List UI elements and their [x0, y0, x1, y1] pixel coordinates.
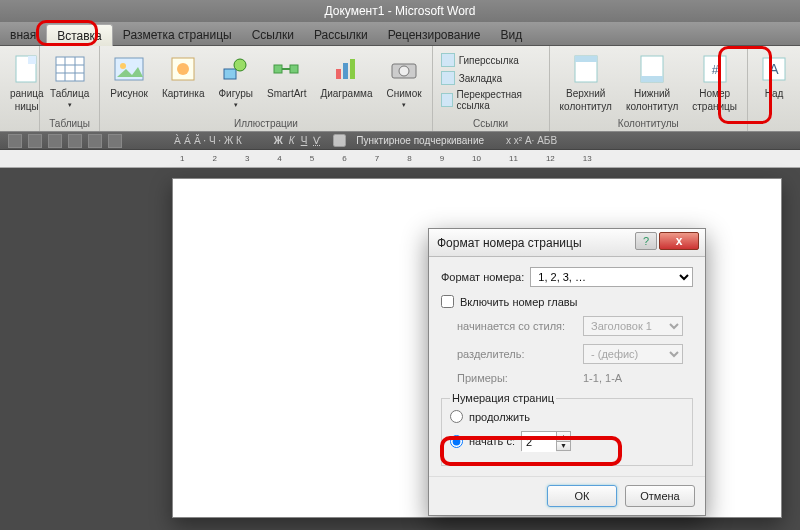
group-headersfooters-title: Колонтитулы: [556, 118, 741, 131]
svg-point-8: [120, 63, 126, 69]
table-icon: [54, 54, 86, 86]
start-at-spinner[interactable]: ▲▼: [521, 431, 571, 451]
number-format-label: Формат номера:: [441, 271, 524, 283]
header-icon: [570, 54, 602, 86]
page-number-button[interactable]: #Номерстраницы: [688, 52, 741, 114]
svg-rect-24: [641, 76, 663, 82]
numbering-fieldset: Нумерация страниц продолжить начать с: ▲…: [441, 392, 693, 466]
cross-reference-button[interactable]: Перекрестная ссылка: [439, 88, 543, 112]
examples-value: 1-1, 1-A: [583, 372, 622, 384]
number-format-select[interactable]: 1, 2, 3, …: [530, 267, 693, 287]
ok-button[interactable]: ОК: [547, 485, 617, 507]
smartart-button[interactable]: SmartArt: [263, 52, 310, 101]
horizontal-ruler[interactable]: 12345678910111213: [0, 150, 800, 168]
include-chapter-label: Включить номер главы: [460, 296, 578, 308]
group-illustrations-title: Иллюстрации: [106, 118, 425, 131]
separator-label: разделитель:: [457, 348, 577, 360]
svg-rect-13: [274, 65, 282, 73]
tab-review[interactable]: Рецензирование: [378, 24, 491, 45]
ribbon: раница ницы Таблица▾ Таблицы Рисунок Кар…: [0, 46, 800, 132]
svg-rect-1: [28, 56, 36, 64]
tab-mailings[interactable]: Рассылки: [304, 24, 378, 45]
svg-text:#: #: [711, 63, 718, 77]
start-at-input[interactable]: [522, 432, 556, 452]
svg-rect-16: [336, 69, 341, 79]
header-button[interactable]: Верхнийколонтитул: [556, 52, 616, 114]
dotted-underline-label: Пунктирное подчеркивание: [356, 135, 484, 146]
svg-rect-2: [56, 57, 84, 81]
shapes-button[interactable]: Фигуры▾: [215, 52, 257, 111]
tab-insert[interactable]: Вставка: [46, 24, 113, 46]
dialog-close-button[interactable]: х: [659, 232, 699, 250]
clipart-button[interactable]: Картинка: [158, 52, 209, 101]
qa-btn[interactable]: [48, 134, 62, 148]
numbering-legend: Нумерация страниц: [450, 392, 556, 404]
table-button[interactable]: Таблица▾: [46, 52, 93, 111]
tab-references[interactable]: Ссылки: [242, 24, 304, 45]
hyperlink-icon: [441, 53, 455, 67]
group-links-title: Ссылки: [439, 118, 543, 131]
svg-rect-22: [575, 56, 597, 62]
svg-text:A: A: [769, 61, 779, 77]
svg-rect-17: [343, 63, 348, 79]
start-at-label: начать с:: [469, 435, 515, 447]
dotted-underline-check[interactable]: [333, 134, 346, 147]
window-title: Документ1 - Microsoft Word: [0, 0, 800, 22]
chart-button[interactable]: Диаграмма: [316, 52, 376, 101]
qa-btn[interactable]: [68, 134, 82, 148]
camera-icon: [388, 54, 420, 86]
textbox-button-partial[interactable]: AНад: [754, 52, 794, 101]
footer-button[interactable]: Нижнийколонтитул: [622, 52, 682, 114]
qa-font-letters: А̀ А́ Ӑ · Ч · Ж К: [174, 135, 242, 146]
tab-page-layout[interactable]: Разметка страницы: [113, 24, 242, 45]
quick-access-toolbar: А̀ А́ Ӑ · Ч · Ж К Ж К Ч Ѵ Пунктирное под…: [0, 132, 800, 150]
clipart-icon: [167, 54, 199, 86]
bookmark-button[interactable]: Закладка: [439, 70, 543, 86]
ribbon-tabs: вная Вставка Разметка страницы Ссылки Ра…: [0, 22, 800, 46]
starts-style-label: начинается со стиля:: [457, 320, 577, 332]
textbox-icon: A: [758, 54, 790, 86]
dialog-title-text: Формат номера страницы: [437, 236, 582, 250]
dialog-help-button[interactable]: ?: [635, 232, 657, 250]
dialog-titlebar[interactable]: Формат номера страницы ? х: [429, 229, 705, 257]
continue-label: продолжить: [469, 411, 530, 423]
qa-more: х х² А· АБВ: [506, 135, 557, 146]
page-icon: [11, 54, 43, 86]
svg-rect-11: [224, 69, 236, 79]
page-number-icon: #: [699, 54, 731, 86]
bookmark-icon: [441, 71, 455, 85]
smartart-icon: [271, 54, 303, 86]
chart-icon: [330, 54, 362, 86]
cancel-button[interactable]: Отмена: [625, 485, 695, 507]
include-chapter-checkbox[interactable]: [441, 295, 454, 308]
hyperlink-button[interactable]: Гиперссылка: [439, 52, 543, 68]
qa-btn[interactable]: [108, 134, 122, 148]
qa-btn[interactable]: [8, 134, 22, 148]
svg-point-12: [234, 59, 246, 71]
separator-select: - (дефис): [583, 344, 683, 364]
svg-point-10: [177, 63, 189, 75]
svg-rect-14: [290, 65, 298, 73]
continue-radio[interactable]: [450, 410, 463, 423]
spin-up-icon[interactable]: ▲: [557, 432, 570, 442]
qa-btn[interactable]: [88, 134, 102, 148]
starts-style-select: Заголовок 1: [583, 316, 683, 336]
page-number-format-dialog: Формат номера страницы ? х Формат номера…: [428, 228, 706, 516]
picture-icon: [113, 54, 145, 86]
svg-rect-18: [350, 59, 355, 79]
shapes-icon: [220, 54, 252, 86]
svg-point-20: [399, 66, 409, 76]
start-at-radio[interactable]: [450, 435, 463, 448]
footer-icon: [636, 54, 668, 86]
spin-down-icon[interactable]: ▼: [557, 442, 570, 451]
tab-view[interactable]: Вид: [490, 24, 532, 45]
qa-btn[interactable]: [28, 134, 42, 148]
screenshot-button[interactable]: Снимок▾: [382, 52, 425, 111]
cross-ref-icon: [441, 93, 453, 107]
group-tables-title: Таблицы: [46, 118, 93, 131]
picture-button[interactable]: Рисунок: [106, 52, 152, 101]
examples-label: Примеры:: [457, 372, 577, 384]
tab-home-partial[interactable]: вная: [0, 24, 46, 45]
